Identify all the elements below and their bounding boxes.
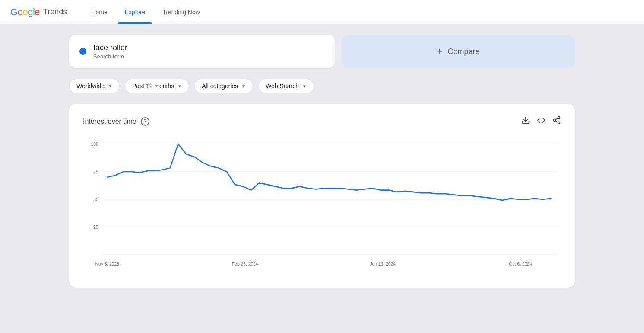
search-term: face roller [93,43,127,52]
y-label-50: 50 [93,197,98,202]
filter-category[interactable]: All categories ▼ [194,79,253,93]
filter-type-label: Web Search [266,83,299,90]
search-type: Search term [93,53,127,60]
nav-trending-now[interactable]: Trending Now [155,0,207,24]
filter-time-label: Past 12 months [132,83,174,90]
svg-line-4 [555,121,558,122]
filter-region[interactable]: Worldwide ▼ [69,79,120,93]
filter-region-label: Worldwide [76,83,105,90]
download-button[interactable] [521,116,530,127]
filter-time[interactable]: Past 12 months ▼ [125,79,189,93]
filter-category-label: All categories [202,83,238,90]
chart-header: Interest over time ? [83,116,561,127]
y-label-75: 75 [93,169,98,175]
chevron-down-icon: ▼ [108,84,112,89]
filters-area: Worldwide ▼ Past 12 months ▼ All categor… [69,75,575,100]
share-button[interactable] [552,116,561,127]
y-label-25: 25 [93,224,98,230]
compare-plus-icon: + [437,46,443,57]
help-icon[interactable]: ? [141,117,149,126]
compare-label: Compare [447,47,479,56]
chart-container: 100 75 50 25 Nov 5, 2023 Feb 25, 2024 Ju… [83,137,561,275]
x-label-oct: Oct 6, 2024 [509,261,532,266]
y-label-100: 100 [91,141,98,147]
compare-box[interactable]: + Compare [342,35,575,68]
chevron-down-icon: ▼ [241,84,246,89]
trends-wordmark: Trends [43,7,67,16]
search-text-area: face roller Search term [93,43,127,60]
chart-actions [521,116,561,127]
filter-type[interactable]: Web Search ▼ [258,79,314,93]
google-wordmark: Google [10,6,40,18]
chart-card: Interest over time ? [69,104,575,288]
x-label-feb: Feb 25, 2024 [232,261,258,266]
chevron-down-icon: ▼ [302,84,307,89]
trend-line [107,144,551,200]
main-nav: Home Explore Trending Now [84,0,206,24]
header: Google Trends Home Explore Trending Now [0,0,644,24]
main-content: face roller Search term + Compare Worldw… [0,24,644,298]
x-label-nov: Nov 5, 2023 [95,261,120,266]
trend-chart: 100 75 50 25 Nov 5, 2023 Feb 25, 2024 Ju… [83,137,561,275]
chevron-down-icon: ▼ [178,84,182,89]
nav-explore[interactable]: Explore [118,0,152,24]
x-label-jun: Jun 16, 2024 [370,261,396,266]
chart-title: Interest over time [83,118,136,125]
embed-button[interactable] [537,116,546,127]
search-box[interactable]: face roller Search term [69,35,335,68]
logo: Google Trends [10,6,67,18]
chart-title-area: Interest over time ? [83,117,149,126]
search-compare-area: face roller Search term + Compare [69,35,575,68]
svg-line-5 [555,118,558,119]
search-dot [79,48,86,55]
nav-home[interactable]: Home [84,0,114,24]
